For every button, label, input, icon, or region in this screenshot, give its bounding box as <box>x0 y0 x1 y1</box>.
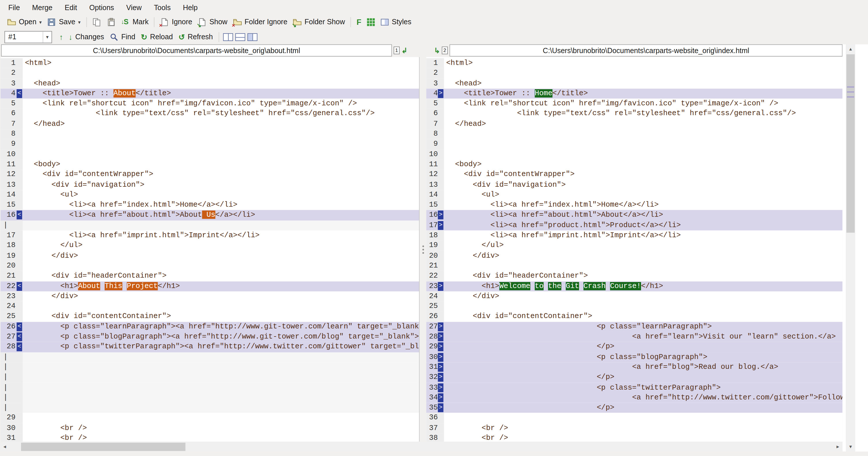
code-line[interactable]: <body> <box>444 160 843 170</box>
code-line[interactable]: <body> <box>23 160 419 170</box>
code-line[interactable]: <br /> <box>444 423 843 433</box>
pane-splitter[interactable] <box>420 57 426 441</box>
vertical-scrollbar[interactable]: ▲ ▼ <box>846 45 855 452</box>
horizontal-scrollbar-thumb[interactable] <box>21 443 185 451</box>
code-line[interactable] <box>444 139 843 149</box>
menu-tools[interactable]: Tools <box>148 0 177 14</box>
folder-ignore-button[interactable]: × Folder Ignore <box>230 16 290 28</box>
code-line[interactable]: <li><a href="imprint.html">Imprint</a></… <box>23 231 419 241</box>
find-button[interactable]: Find <box>107 31 138 43</box>
menu-merge[interactable]: Merge <box>26 0 59 14</box>
code-line[interactable]: <head> <box>444 79 843 89</box>
code-line[interactable] <box>23 352 419 362</box>
code-line[interactable]: <p class="learnParagraph"><a href="http:… <box>23 322 419 332</box>
splitter-grip-icon[interactable] <box>421 245 425 254</box>
layout-vertical-split-icon[interactable] <box>223 33 233 41</box>
code-line[interactable]: <title>Tower :: About</title> <box>23 89 419 99</box>
font-button[interactable]: F <box>354 16 364 28</box>
left-code-pane[interactable]: 1<html>23 <head>4< <title>Tower :: About… <box>1 57 420 441</box>
right-code-pane[interactable]: 1<html>23 <head>4> <title>Tower :: Home<… <box>426 57 843 441</box>
code-line[interactable]: <a href="blog">Read our blog.</a> <box>444 362 843 372</box>
scroll-down-icon[interactable]: ▼ <box>846 442 855 452</box>
code-line[interactable]: <div id="headerContainer"> <box>23 271 419 281</box>
code-line[interactable]: <p class="blogParagraph"> <box>444 352 843 362</box>
code-line[interactable]: </ul> <box>444 241 843 251</box>
menu-view[interactable]: View <box>120 0 148 14</box>
vertical-scrollbar-thumb[interactable] <box>846 54 855 233</box>
code-line[interactable]: <div id="contentWrapper"> <box>444 170 843 180</box>
menu-file[interactable]: File <box>2 0 26 14</box>
code-line[interactable]: </div> <box>23 291 419 301</box>
code-line[interactable]: <a href="learn">Visit our "learn" sectio… <box>444 332 843 342</box>
code-line[interactable]: <link rel="shortcut icon" href="img/favi… <box>23 99 419 109</box>
code-line[interactable]: <p class="twitterParagraph"> <box>444 383 843 393</box>
layout-horizontal-split-icon[interactable] <box>235 33 245 41</box>
code-line[interactable]: <li><a href="index.html">Home</a></li> <box>23 200 419 210</box>
menu-edit[interactable]: Edit <box>59 0 83 14</box>
menu-help[interactable]: Help <box>177 0 204 14</box>
code-line[interactable] <box>23 68 419 79</box>
code-line[interactable] <box>23 372 419 382</box>
code-line[interactable]: <link type="text/css" rel="stylesheet" h… <box>444 109 843 119</box>
scroll-left-icon[interactable]: ◄ <box>0 442 9 452</box>
code-line[interactable]: </p> <box>444 342 843 352</box>
code-line[interactable]: <a href="http://www.twitter.com/gittower… <box>444 393 843 403</box>
code-line[interactable]: <li><a href="index.html">Home</a></li> <box>444 200 843 210</box>
code-line[interactable]: <div id="contentWrapper"> <box>23 170 419 180</box>
code-line[interactable]: <br /> <box>23 423 419 433</box>
code-line[interactable]: <div id="navigation"> <box>23 180 419 190</box>
code-line[interactable] <box>444 302 843 312</box>
code-line[interactable]: </p> <box>444 372 843 382</box>
mark-button[interactable]: ↓S Mark <box>118 16 151 28</box>
combobox-caret-icon[interactable]: ▾ <box>43 31 52 42</box>
code-line[interactable] <box>23 383 419 393</box>
scroll-right-icon[interactable]: ► <box>833 442 843 452</box>
code-line[interactable]: <p class="blogParagraph"><a href="http:/… <box>23 332 419 342</box>
open-dropdown-caret[interactable]: ▾ <box>39 19 42 25</box>
code-line[interactable] <box>444 261 843 271</box>
diff-number-combobox[interactable]: #1 ▾ <box>4 31 52 43</box>
code-line[interactable]: <div id="contentContainer"> <box>444 312 843 322</box>
copy-to-right-icon[interactable]: ↳ <box>434 46 440 55</box>
code-line[interactable] <box>444 413 843 423</box>
refresh-button[interactable]: ↺ Refresh <box>176 31 216 43</box>
code-line[interactable]: </ul> <box>23 241 419 251</box>
code-line[interactable]: <div id="navigation"> <box>444 180 843 190</box>
copy-to-left-icon[interactable]: ↲ <box>401 46 407 55</box>
code-line[interactable] <box>23 302 419 312</box>
scroll-up-icon[interactable]: ▲ <box>846 45 855 54</box>
code-line[interactable]: <link type="text/css" rel="stylesheet" h… <box>23 109 419 119</box>
save-dropdown-caret[interactable]: ▾ <box>78 19 81 25</box>
code-line[interactable] <box>444 129 843 139</box>
code-line[interactable] <box>23 139 419 149</box>
show-button[interactable]: ↘ Show <box>195 16 230 28</box>
code-line[interactable]: <title>Tower :: Home</title> <box>444 89 843 99</box>
code-line[interactable]: <br /> <box>23 433 419 441</box>
code-line[interactable] <box>23 149 419 160</box>
next-change-button[interactable]: ↓ Changes <box>66 31 107 43</box>
save-button[interactable]: Save ▾ <box>44 16 83 28</box>
code-line[interactable]: <html> <box>23 58 419 68</box>
layout-single-pane-icon[interactable] <box>247 33 257 41</box>
code-line[interactable] <box>23 403 419 413</box>
code-line[interactable]: <div id="contentContainer"> <box>23 312 419 322</box>
code-line[interactable] <box>23 261 419 271</box>
code-line[interactable] <box>23 362 419 372</box>
code-line[interactable]: <li><a href="about.html">About Us</a></l… <box>23 210 419 220</box>
styles-button[interactable]: Styles <box>377 16 414 28</box>
code-line[interactable]: </div> <box>444 251 843 261</box>
ignore-button[interactable]: × Ignore <box>157 16 195 28</box>
code-line[interactable]: <p class="twitterParagraph"><a href="htt… <box>23 342 419 352</box>
grid-view-button[interactable] <box>364 16 377 28</box>
code-line[interactable]: </div> <box>23 251 419 261</box>
code-line[interactable]: <li><a href="about.html">About</a></li> <box>444 210 843 220</box>
code-line[interactable]: <li><a href="product.html">Product</a></… <box>444 221 843 231</box>
code-line[interactable]: <ul> <box>444 190 843 200</box>
code-line[interactable]: <h1>About This Project</h1> <box>23 281 419 291</box>
reload-button[interactable]: ↻ Reload <box>138 31 176 43</box>
code-line[interactable] <box>444 68 843 79</box>
copy-button[interactable] <box>89 16 104 28</box>
code-line[interactable] <box>23 393 419 403</box>
code-line[interactable]: <head> <box>23 79 419 89</box>
prev-change-button[interactable]: ↑ <box>57 31 66 43</box>
